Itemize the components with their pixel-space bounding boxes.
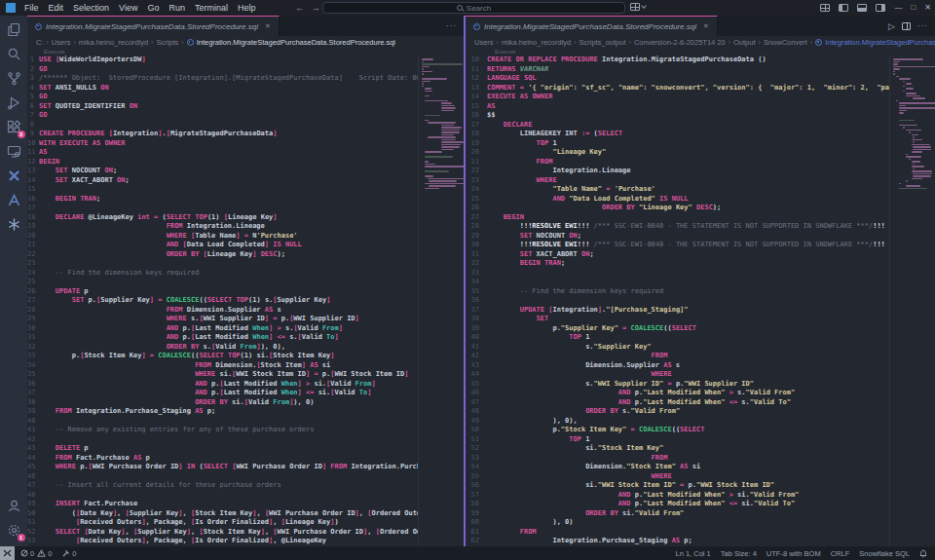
code-line[interactable]: 12BEGIN xyxy=(27,158,464,168)
line-number[interactable]: 17 xyxy=(466,121,487,131)
code-line[interactable]: 49 ), 0), xyxy=(466,417,935,427)
code-line[interactable]: 27 BEGIN xyxy=(466,213,935,223)
code-line[interactable]: 11AS xyxy=(27,148,464,158)
line-number[interactable]: 46 xyxy=(27,472,39,482)
line-number[interactable]: 11 xyxy=(27,148,39,158)
code-line[interactable]: 46 xyxy=(27,472,464,482)
line-number[interactable]: 23 xyxy=(27,259,39,269)
line-number[interactable]: 35 xyxy=(466,287,487,297)
line-number[interactable]: 22 xyxy=(27,250,39,260)
menu-terminal[interactable]: Terminal xyxy=(190,3,233,13)
code-line[interactable]: 30 AND p.[Last Modified When] > s.[Valid… xyxy=(27,324,464,334)
line-number[interactable]: 9 xyxy=(27,130,39,139)
code-line[interactable]: 34 xyxy=(466,278,935,287)
line-number[interactable]: 52 xyxy=(466,444,487,454)
code-line[interactable]: 15AS xyxy=(466,102,935,112)
line-number[interactable]: 51 xyxy=(466,435,487,445)
maximize-button[interactable]: □ xyxy=(911,0,916,16)
line-number[interactable]: 33 xyxy=(466,269,487,279)
line-number[interactable]: 56 xyxy=(466,481,487,491)
code-line[interactable]: 17 xyxy=(27,204,464,213)
line-number[interactable]: 14 xyxy=(27,176,39,186)
line-number[interactable]: 8 xyxy=(27,121,39,131)
code-line[interactable]: 24 -- Find the dimension keys required xyxy=(27,269,464,279)
code-line[interactable]: 55 WHERE xyxy=(466,472,935,482)
line-number[interactable]: 32 xyxy=(466,259,487,269)
line-number[interactable]: 49 xyxy=(466,417,487,427)
code-line[interactable]: 29 WHERE s.[WWI Supplier ID] = p.[WWI Su… xyxy=(27,315,464,324)
problems-errors[interactable]: 0 xyxy=(20,549,34,558)
code-line[interactable]: 43 Dimension.Supplier AS s xyxy=(466,361,935,371)
code-line[interactable]: 9CREATE PROCEDURE [Integration].[Migrate… xyxy=(27,130,464,139)
code-line[interactable]: 44 WHERE xyxy=(466,370,935,380)
code-line[interactable]: 10WITH EXECUTE AS OWNER xyxy=(27,139,464,149)
code-line[interactable]: 54 Dimension."Stock Item" AS si xyxy=(466,463,935,472)
code-line[interactable]: 33 xyxy=(466,269,935,279)
line-number[interactable]: 44 xyxy=(27,454,39,464)
line-number[interactable]: 59 xyxy=(466,509,487,519)
code-line[interactable]: 52 si."Stock Item Key" xyxy=(466,444,935,454)
line-number[interactable]: 15 xyxy=(466,102,487,112)
line-number[interactable]: 51 xyxy=(27,518,39,528)
toggle-sidebar-button[interactable] xyxy=(839,4,848,12)
line-number[interactable]: 53 xyxy=(27,537,39,546)
tools-counter[interactable]: 0 xyxy=(62,549,76,558)
code-line[interactable]: 19 FROM Integration.Lineage xyxy=(27,222,464,232)
code-line[interactable]: 23 xyxy=(27,259,464,269)
line-number[interactable]: 45 xyxy=(27,463,39,472)
line-number[interactable]: 60 xyxy=(466,518,487,528)
status-encoding[interactable]: UTF-8 with BOM xyxy=(767,549,821,558)
code-line[interactable]: 13 SET NOCOUNT ON; xyxy=(27,167,464,176)
code-line[interactable]: 45 s."WWI Supplier ID" = p."WWI Supplier… xyxy=(466,380,935,390)
code-editor-left[interactable]: 1USE [WideWorldImportersDW]2GO3/****** O… xyxy=(27,56,464,546)
line-number[interactable]: 15 xyxy=(27,185,39,195)
close-button[interactable]: ✕ xyxy=(924,0,931,16)
code-line[interactable]: 14EXECUTE AS OWNER xyxy=(466,93,935,102)
problems-warnings[interactable]: 0 xyxy=(37,549,52,558)
breadcrumb-item[interactable]: mika.heino_recordlyd xyxy=(79,38,148,47)
code-line[interactable]: 37 AND p.[Last Modified When] <= si.[Val… xyxy=(27,389,464,398)
code-line[interactable]: 12LANGUAGE SQL xyxy=(466,74,935,84)
line-number[interactable]: 25 xyxy=(466,195,487,205)
line-number[interactable]: 21 xyxy=(27,241,39,250)
code-line[interactable]: 36 AND p.[Last Modified When] > si.[Vali… xyxy=(27,380,464,390)
line-number[interactable]: 27 xyxy=(466,213,487,223)
menu-help[interactable]: Help xyxy=(233,3,261,13)
line-number[interactable]: 7 xyxy=(27,111,39,121)
code-line[interactable]: 57 AND p."Last Modified When" > si."Vali… xyxy=(466,491,935,501)
code-line[interactable]: 20 WHERE [Table Name] = N'Purchase' xyxy=(27,232,464,242)
code-line[interactable]: 41 s."Supplier Key" xyxy=(466,343,935,353)
extensions-icon[interactable]: 3 xyxy=(6,119,22,135)
line-number[interactable]: 18 xyxy=(466,130,487,139)
line-number[interactable]: 50 xyxy=(466,426,487,435)
code-line[interactable]: 13COMMENT = '{ "origin": "sf_sc", "name"… xyxy=(466,84,935,93)
menu-view[interactable]: View xyxy=(114,3,142,13)
line-number[interactable]: 36 xyxy=(466,296,487,306)
code-line[interactable]: 26 UPDATE p xyxy=(27,287,464,297)
minimize-button[interactable]: — xyxy=(894,0,902,16)
code-line[interactable]: 42 FROM xyxy=(466,352,935,361)
tab-right-file[interactable]: Integration.MigrateStagedPurchaseData.St… xyxy=(466,16,718,36)
customize-layout-button[interactable] xyxy=(820,4,830,12)
code-line[interactable]: 3/****** Object: StoredProcedure [Integr… xyxy=(27,74,464,84)
code-line[interactable]: 28 FROM Dimension.Supplier AS s xyxy=(27,306,464,316)
code-line[interactable]: 22 Integration.Lineage xyxy=(466,167,935,176)
code-line[interactable]: 1USE [WideWorldImportersDW] xyxy=(27,56,464,65)
line-number[interactable]: 23 xyxy=(466,176,487,186)
line-number[interactable]: 19 xyxy=(27,222,39,232)
code-line[interactable]: 30 !!!RESOLVE EWI!!! /*** SSC-EWI-0040 -… xyxy=(466,241,935,250)
line-number[interactable]: 61 xyxy=(466,528,487,538)
code-line[interactable]: 63 -- Remove any existing entries for an… xyxy=(466,546,935,547)
status-eol[interactable]: CRLF xyxy=(831,549,850,558)
code-line[interactable]: 56 si."WWI Stock Item ID" = p."WWI Stock… xyxy=(466,481,935,491)
line-number[interactable]: 31 xyxy=(27,333,39,343)
remote-indicator[interactable] xyxy=(0,546,15,560)
line-number[interactable]: 24 xyxy=(466,185,487,195)
breadcrumb-item[interactable]: Users xyxy=(52,38,71,47)
code-line[interactable]: 16 BEGIN TRAN; xyxy=(27,195,464,205)
line-number[interactable]: 16 xyxy=(466,111,487,121)
line-number[interactable]: 45 xyxy=(466,380,487,390)
line-number[interactable]: 6 xyxy=(27,102,39,112)
code-line[interactable]: 35 WHERE si.[WWI Stock Item ID] = p.[WWI… xyxy=(27,370,464,380)
line-number[interactable]: 34 xyxy=(466,278,487,287)
